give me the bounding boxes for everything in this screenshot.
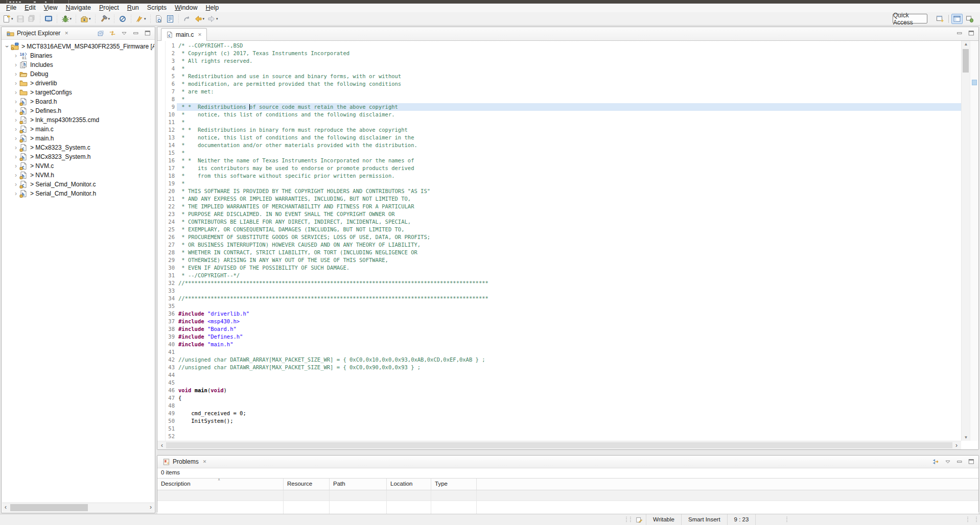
code-line[interactable]: 15 * (157, 149, 961, 157)
column-header-description[interactable]: Description∧ (157, 479, 284, 490)
code-line[interactable]: 12 * * Redistributions in binary form mu… (157, 126, 961, 134)
open-resource-button[interactable] (165, 13, 176, 25)
dropdown-arrow-icon[interactable]: ▾ (144, 17, 146, 21)
maximize-icon[interactable] (967, 458, 975, 466)
code-line[interactable]: 29 * OTHERWISE) ARISING IN ANY WAY OUT O… (157, 256, 961, 264)
dropdown-arrow-icon[interactable]: ▾ (108, 17, 110, 21)
tree-item[interactable]: ›c> NVM.c (2, 161, 154, 171)
code-line[interactable]: 23 * PURPOSE ARE DISCLAIMED. IN NO EVENT… (157, 210, 961, 218)
chevron-expanded-icon[interactable]: › (3, 43, 12, 50)
code-line[interactable]: 43//unsigned char DATAWR_ARRAY[MAX_PACKE… (157, 364, 961, 371)
code-line[interactable]: 24 * CONTRIBUTORS BE LIABLE FOR ANY DIRE… (157, 218, 961, 226)
tab-problems[interactable]: Problems ✕ (158, 456, 211, 468)
trim-grip[interactable] (967, 517, 968, 523)
column-header-path[interactable]: Path (330, 479, 387, 490)
code-line[interactable]: 52 (157, 433, 961, 440)
close-icon[interactable]: ✕ (64, 31, 68, 36)
code-line[interactable]: 50 InitSystem(); (157, 417, 961, 425)
code-line[interactable]: 39#include "Defines.h" (157, 333, 961, 341)
code-line[interactable]: 6 * modification, are permitted provided… (157, 80, 961, 88)
project-explorer-hscrollbar[interactable]: ‹ › (2, 503, 154, 512)
dropdown-arrow-icon[interactable]: ▾ (203, 17, 205, 21)
code-line[interactable]: 42//unsigned char DATAWR_ARRAY[MAX_PACKE… (157, 356, 961, 364)
menu-project[interactable]: Project (95, 4, 123, 12)
code-line[interactable]: 7 * are met: (157, 88, 961, 96)
code-line[interactable]: 8 * (157, 96, 961, 103)
code-line[interactable]: 44 (157, 371, 961, 379)
trim-grip[interactable] (630, 517, 631, 523)
ccs-debug-perspective-button[interactable] (964, 14, 975, 24)
code-line[interactable]: 19 * (157, 180, 961, 187)
code-line[interactable]: 37#include <msp430.h> (157, 318, 961, 325)
scrollbar-thumb[interactable] (10, 504, 88, 511)
tree-item[interactable]: ›h> Serial_Cmd_Monitor.h (2, 189, 154, 198)
minimize-icon[interactable] (955, 29, 964, 37)
debug-button[interactable]: ▾ (60, 13, 74, 25)
scroll-left-icon[interactable]: ‹ (2, 503, 9, 512)
overview-ruler[interactable] (970, 41, 978, 441)
code-line[interactable]: 35 (157, 302, 961, 310)
trim-grip[interactable] (626, 517, 627, 523)
code-line[interactable]: 25 * EXEMPLARY, OR CONSEQUENTIAL DAMAGES… (157, 226, 961, 233)
refresh-source-button[interactable] (153, 13, 165, 25)
trim-grip[interactable] (976, 517, 977, 523)
code-line[interactable]: 1/* --COPYRIGHT--,BSD (157, 42, 961, 50)
menu-scripts[interactable]: Scripts (143, 4, 171, 12)
tree-item[interactable]: ›hIncludes (2, 60, 154, 69)
dropdown-arrow-icon[interactable]: ▾ (216, 17, 218, 21)
code-line[interactable]: 46void main(void) (157, 387, 961, 394)
column-header-location[interactable]: Location (387, 479, 431, 490)
dropdown-arrow-icon[interactable]: ▾ (11, 17, 13, 21)
chevron-collapsed-icon[interactable]: › (12, 152, 19, 161)
code-line[interactable]: 14 * documentation and/or other material… (157, 141, 961, 149)
tree-item[interactable]: ›h> NVM.h (2, 171, 154, 180)
code-line[interactable]: 21 * AND ANY EXPRESS OR IMPLIED WARRANTI… (157, 195, 961, 203)
ccs-edit-perspective-button[interactable] (951, 14, 963, 24)
chevron-collapsed-icon[interactable]: › (12, 69, 19, 79)
quick-access-button[interactable]: Quick Access (893, 14, 927, 23)
code-line[interactable]: 38#include "Board.h" (157, 325, 961, 333)
scroll-down-icon[interactable]: ▼ (962, 435, 970, 440)
menu-navigate[interactable]: Navigate (62, 4, 95, 12)
tab-project-explorer[interactable]: Project Explorer ✕ (3, 27, 73, 39)
code-line[interactable]: 17 * its contributors may be used to end… (157, 164, 961, 172)
scroll-right-icon[interactable]: › (147, 503, 154, 512)
view-menu-icon[interactable] (120, 29, 128, 37)
code-line[interactable]: 30 * EVEN IF ADVISED OF THE POSSIBILITY … (157, 264, 961, 272)
new-target-configuration-button[interactable] (43, 13, 54, 25)
menu-edit[interactable]: Edit (20, 4, 40, 12)
editor-vscrollbar[interactable]: ▲ ▼ (961, 41, 970, 441)
code-line[interactable]: 2 * Copyright (c) 2017, Texas Instrument… (157, 50, 961, 57)
chevron-collapsed-icon[interactable]: › (12, 180, 19, 189)
code-line[interactable]: 10 * notice, this list of conditions and… (157, 111, 961, 118)
code-line[interactable]: 11 * (157, 118, 961, 126)
tree-item[interactable]: ›h> Board.h (2, 97, 154, 106)
chevron-collapsed-icon[interactable]: › (12, 189, 19, 198)
column-header-resource[interactable]: Resource (284, 479, 330, 490)
minimize-icon[interactable] (132, 29, 140, 37)
code-line[interactable]: 27 * OR BUSINESS INTERRUPTION) HOWEVER C… (157, 241, 961, 249)
dropdown-arrow-icon[interactable]: ▾ (89, 17, 91, 21)
chevron-collapsed-icon[interactable]: › (12, 106, 19, 115)
code-line[interactable]: 28 * WHETHER IN CONTRACT, STRICT LIABILI… (157, 249, 961, 256)
scroll-up-icon[interactable]: ▲ (962, 42, 970, 46)
menu-help[interactable]: Help (201, 4, 223, 12)
code-line[interactable]: 47{ (157, 394, 961, 402)
tree-item[interactable]: ›c> MCx8323_System.c (2, 143, 154, 152)
scroll-right-icon[interactable]: › (953, 441, 960, 450)
new-button[interactable]: ▾ (1, 13, 15, 25)
chevron-collapsed-icon[interactable]: › (12, 161, 19, 171)
code-line[interactable]: 48 (157, 402, 961, 410)
menu-window[interactable]: Window (171, 4, 201, 12)
tree-item[interactable]: ›h> main.h (2, 134, 154, 143)
horizontal-splitter[interactable] (157, 450, 979, 455)
trim-grip[interactable] (786, 517, 787, 523)
chevron-collapsed-icon[interactable]: › (12, 115, 19, 125)
minimize-icon[interactable] (955, 458, 964, 466)
menu-run[interactable]: Run (123, 4, 143, 12)
tab-main-c[interactable]: c main.c ✕ (161, 28, 207, 41)
last-edit-location-button[interactable] (181, 13, 193, 25)
code-line[interactable]: 51 (157, 425, 961, 433)
menu-file[interactable]: File (2, 4, 20, 12)
code-line[interactable]: 18 * from this software without specific… (157, 172, 961, 180)
